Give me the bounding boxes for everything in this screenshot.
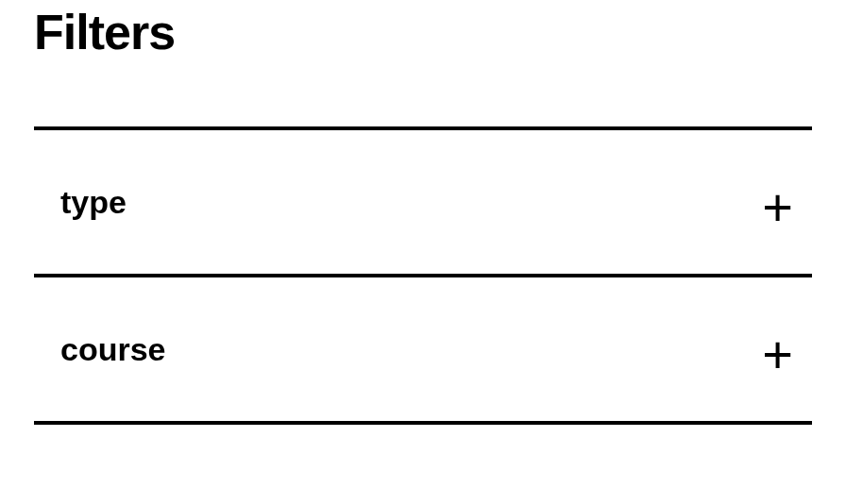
page-title: Filters [34, 4, 812, 60]
plus-icon: + [762, 181, 793, 234]
filter-label: type [60, 184, 127, 221]
filters-panel: Filters type + course + [0, 4, 846, 425]
filter-row-course[interactable]: course + [34, 277, 812, 425]
filters-list: type + course + [34, 126, 812, 425]
plus-icon: + [762, 328, 793, 381]
filter-label: course [60, 331, 166, 368]
filter-row-type[interactable]: type + [34, 130, 812, 277]
